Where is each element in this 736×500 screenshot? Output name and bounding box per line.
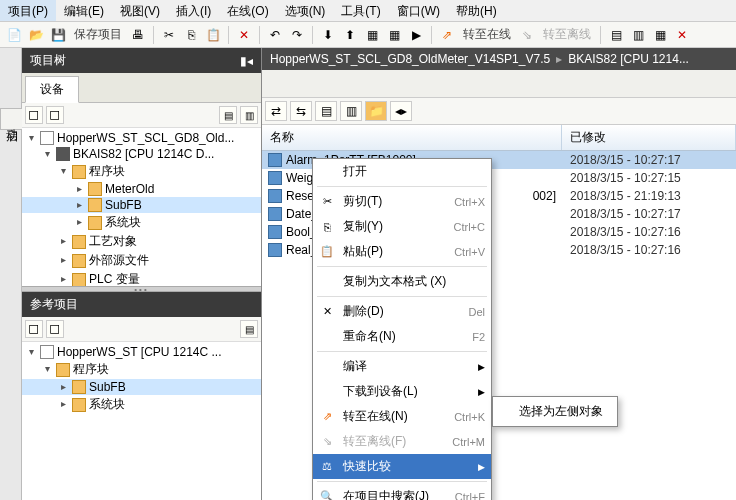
misc-icon3[interactable]: ▦: [650, 25, 670, 45]
submenu[interactable]: 选择为左侧对象: [492, 396, 618, 427]
upload-icon[interactable]: ⬆: [340, 25, 360, 45]
context-menu-item[interactable]: ⎘复制(Y)Ctrl+C: [313, 214, 491, 239]
sim-icon[interactable]: ▦: [384, 25, 404, 45]
ltb1[interactable]: ⇄: [265, 101, 287, 121]
menu-item[interactable]: 帮助(H): [448, 0, 505, 21]
tree-node[interactable]: ▾HopperWS_ST_SCL_GD8_Old...: [22, 130, 261, 146]
misc-icon1[interactable]: ▤: [606, 25, 626, 45]
go-online-label[interactable]: 转至在线: [459, 26, 515, 43]
tree-node[interactable]: ▸系统块: [22, 213, 261, 232]
context-menu-item[interactable]: ✂剪切(T)Ctrl+X: [313, 189, 491, 214]
tree-node[interactable]: ▾程序块: [22, 360, 261, 379]
ref-btn3[interactable]: ▤: [240, 320, 258, 338]
ltb3[interactable]: ▤: [315, 101, 337, 121]
list-header: 名称 已修改: [262, 125, 736, 151]
ltb5[interactable]: 📁: [365, 101, 387, 121]
ref-btn1[interactable]: 🞎: [25, 320, 43, 338]
context-menu[interactable]: 打开✂剪切(T)Ctrl+X⎘复制(Y)Ctrl+C📋粘贴(P)Ctrl+V复制…: [312, 158, 492, 500]
misc-icon2[interactable]: ▥: [628, 25, 648, 45]
menu-item[interactable]: 选项(N): [277, 0, 334, 21]
context-menu-item: ⇘转至离线(F)Ctrl+M: [313, 429, 491, 454]
go-offline-label: 转至离线: [539, 26, 595, 43]
ltb6[interactable]: ◂▸: [390, 101, 412, 121]
project-tree-title: 项目树: [30, 52, 66, 69]
context-menu-item[interactable]: 下载到设备(L)▶: [313, 379, 491, 404]
undo-icon[interactable]: ↶: [265, 25, 285, 45]
print-icon[interactable]: 🖶: [128, 25, 148, 45]
go-offline-icon[interactable]: ⇘: [517, 25, 537, 45]
tree-node[interactable]: ▸MeterOld: [22, 181, 261, 197]
crumb-a[interactable]: HopperWS_ST_SCL_GD8_OldMeter_V14SP1_V7.5: [270, 52, 550, 66]
menu-item[interactable]: 工具(T): [333, 0, 388, 21]
tree-btn1[interactable]: 🞎: [25, 106, 43, 124]
tree-node[interactable]: ▾程序块: [22, 162, 261, 181]
close-icon[interactable]: ✕: [672, 25, 692, 45]
project-tree-header: 项目树 ▮◂: [22, 48, 261, 73]
context-menu-item[interactable]: 打开: [313, 159, 491, 184]
breadcrumb: HopperWS_ST_SCL_GD8_OldMeter_V14SP1_V7.5…: [262, 48, 736, 70]
main-toolbar: 📄 📂 💾 保存项目 🖶 ✂ ⎘ 📋 ✕ ↶ ↷ ⬇ ⬆ ▦ ▦ ▶ ⇗ 转至在…: [0, 22, 736, 48]
download-icon[interactable]: ⬇: [318, 25, 338, 45]
compile-icon[interactable]: ▦: [362, 25, 382, 45]
tree-btn4[interactable]: ▥: [240, 106, 258, 124]
copy-icon[interactable]: ⎘: [181, 25, 201, 45]
ltb2[interactable]: ⇆: [290, 101, 312, 121]
menu-item[interactable]: 编辑(E): [56, 0, 112, 21]
menu-item[interactable]: 在线(O): [219, 0, 276, 21]
tree-node[interactable]: ▸系统块: [22, 395, 261, 414]
submenu-item[interactable]: 选择为左侧对象: [495, 399, 615, 424]
ref-toolbar: 🞎 🞎 ▤: [22, 317, 261, 342]
context-menu-item[interactable]: 复制为文本格式 (X): [313, 269, 491, 294]
ref-project-header: 参考项目: [22, 292, 261, 317]
context-menu-item[interactable]: 重命名(N)F2: [313, 324, 491, 349]
menubar: 项目(P)编辑(E)视图(V)插入(I)在线(O)选项(N)工具(T)窗口(W)…: [0, 0, 736, 22]
context-menu-item[interactable]: ⇗转至在线(N)Ctrl+K: [313, 404, 491, 429]
tree-toolbar: 🞎 🞎 ▤ ▥: [22, 103, 261, 128]
save-label: 保存项目: [70, 26, 126, 43]
context-menu-item[interactable]: ✕删除(D)Del: [313, 299, 491, 324]
side-tab-start[interactable]: 启动: [0, 108, 22, 130]
project-tree[interactable]: ▾HopperWS_ST_SCL_GD8_Old...▾BKAIS82 [CPU…: [22, 128, 261, 286]
menu-item[interactable]: 项目(P): [0, 0, 56, 21]
tree-node[interactable]: ▸外部源文件: [22, 251, 261, 270]
tree-node[interactable]: ▾BKAIS82 [CPU 1214C D...: [22, 146, 261, 162]
crumb-b[interactable]: BKAIS82 [CPU 1214...: [568, 52, 689, 66]
menu-item[interactable]: 视图(V): [112, 0, 168, 21]
collapse-icon[interactable]: ▮◂: [240, 54, 253, 68]
list-toolbar: ⇄ ⇆ ▤ ▥ 📁 ◂▸: [262, 98, 736, 125]
tree-btn2[interactable]: 🞎: [46, 106, 64, 124]
context-menu-item[interactable]: ⚖快速比较▶: [313, 454, 491, 479]
tree-node[interactable]: ▸SubFB: [22, 379, 261, 395]
tree-node[interactable]: ▸工艺对象: [22, 232, 261, 251]
cut-icon[interactable]: ✂: [159, 25, 179, 45]
ref-project-title: 参考项目: [30, 296, 78, 313]
menu-item[interactable]: 窗口(W): [389, 0, 448, 21]
side-tabstrip: 启动: [0, 48, 22, 500]
tree-node[interactable]: ▾HopperWS_ST [CPU 1214C ...: [22, 344, 261, 360]
delete-icon[interactable]: ✕: [234, 25, 254, 45]
col-modified[interactable]: 已修改: [562, 125, 736, 150]
ltb4[interactable]: ▥: [340, 101, 362, 121]
col-name[interactable]: 名称: [262, 125, 562, 150]
start-icon[interactable]: ▶: [406, 25, 426, 45]
go-online-icon[interactable]: ⇗: [437, 25, 457, 45]
ref-btn2[interactable]: 🞎: [46, 320, 64, 338]
save-icon[interactable]: 💾: [48, 25, 68, 45]
menu-item[interactable]: 插入(I): [168, 0, 219, 21]
context-menu-item[interactable]: 🔍在项目中搜索(J)Ctrl+F: [313, 484, 491, 500]
paste-icon[interactable]: 📋: [203, 25, 223, 45]
context-menu-item[interactable]: 编译▶: [313, 354, 491, 379]
redo-icon[interactable]: ↷: [287, 25, 307, 45]
reference-tree[interactable]: ▾HopperWS_ST [CPU 1214C ...▾程序块▸SubFB▸系统…: [22, 342, 261, 500]
open-project-icon[interactable]: 📂: [26, 25, 46, 45]
new-project-icon[interactable]: 📄: [4, 25, 24, 45]
context-menu-item[interactable]: 📋粘贴(P)Ctrl+V: [313, 239, 491, 264]
tree-btn3[interactable]: ▤: [219, 106, 237, 124]
tree-node[interactable]: ▸SubFB: [22, 197, 261, 213]
tab-devices[interactable]: 设备: [25, 76, 79, 103]
